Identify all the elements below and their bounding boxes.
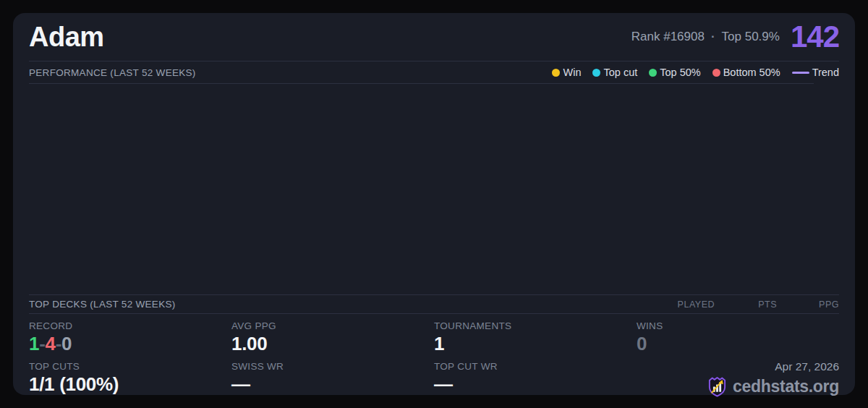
record-value: 1-4-0	[29, 332, 231, 355]
rank-line: Rank #16908 · Top 50.9%	[631, 30, 780, 44]
performance-header-row: PERFORMANCE (LAST 52 WEEKS) Win Top cut …	[29, 61, 839, 83]
avg-ppg-value: 1.00	[231, 332, 434, 355]
legend-item-top50: Top 50%	[649, 67, 700, 78]
stats-grid: RECORD 1-4-0 AVG PPG 1.00 TOURNAMENTS 1 …	[29, 314, 839, 398]
record-draws: 0	[61, 333, 72, 354]
stat-tournaments: TOURNAMENTS 1	[434, 317, 637, 357]
legend-label: Top 50%	[660, 67, 700, 78]
brand-row: cedhstats.org	[637, 375, 839, 398]
stat-wins: WINS 0	[637, 317, 839, 357]
legend-item-trend: Trend	[792, 67, 839, 78]
top-cut-wr-value: —	[434, 373, 637, 396]
top-decks-column-headers: PLAYED PTS PPG	[652, 299, 839, 310]
stat-label: AVG PPG	[231, 320, 434, 332]
stat-label: WINS	[637, 320, 839, 332]
rating-score: 142	[791, 22, 839, 52]
column-header-ppg: PPG	[797, 299, 839, 310]
stat-top-cuts: TOP CUTS 1/1 (100%)	[29, 357, 231, 398]
performance-section-title: PERFORMANCE (LAST 52 WEEKS)	[29, 67, 196, 78]
stat-label: RECORD	[29, 320, 231, 332]
top-cut-dot-icon	[592, 69, 600, 77]
card-footer: Apr 27, 2026 cedhstats.org	[637, 357, 839, 398]
trend-line-icon	[792, 72, 809, 74]
stat-label: TOP CUT WR	[434, 360, 637, 373]
column-header-pts: PTS	[735, 299, 777, 310]
top-decks-header-row: TOP DECKS (LAST 52 WEEKS) PLAYED PTS PPG	[29, 295, 839, 313]
record-dash: -	[39, 333, 45, 354]
rank-separator: ·	[711, 30, 715, 44]
legend-item-win: Win	[552, 67, 581, 78]
bottom50-dot-icon	[712, 69, 720, 77]
record-losses: 4	[46, 333, 56, 354]
stat-swiss-wr: SWISS WR —	[231, 357, 434, 398]
record-wins: 1	[29, 333, 39, 354]
swiss-wr-value: —	[231, 373, 434, 396]
win-dot-icon	[552, 69, 560, 77]
stat-label: TOURNAMENTS	[434, 320, 637, 332]
top-decks-section-title: TOP DECKS (LAST 52 WEEKS)	[29, 299, 176, 310]
date-label: Apr 27, 2026	[637, 360, 839, 373]
legend-label: Bottom 50%	[723, 67, 780, 78]
header-right: Rank #16908 · Top 50.9% 142	[631, 22, 839, 52]
legend-label: Top cut	[603, 67, 637, 78]
card-header: Adam Rank #16908 · Top 50.9% 142	[29, 13, 839, 61]
top50-dot-icon	[649, 69, 657, 77]
legend-label: Trend	[812, 67, 839, 78]
record-dash: -	[56, 333, 61, 354]
tournaments-value: 1	[434, 332, 637, 355]
legend-label: Win	[563, 67, 581, 78]
chart-legend: Win Top cut Top 50% Bottom 50% Trend	[552, 67, 839, 78]
legend-item-top-cut: Top cut	[592, 67, 637, 78]
player-name: Adam	[29, 23, 104, 51]
wins-value: 0	[637, 332, 839, 355]
performance-chart-plot-area	[29, 84, 839, 294]
rank-label: Rank #16908	[631, 30, 705, 44]
cedhstats-shield-logo-icon	[707, 375, 727, 398]
top-cuts-value: 1/1 (100%)	[29, 373, 231, 396]
column-header-played: PLAYED	[673, 299, 715, 310]
stat-label: SWISS WR	[231, 360, 434, 373]
legend-item-bottom50: Bottom 50%	[712, 67, 780, 78]
stat-label: TOP CUTS	[29, 360, 231, 373]
stat-top-cut-wr: TOP CUT WR —	[434, 357, 637, 398]
percentile-label: Top 50.9%	[722, 30, 780, 44]
stat-avg-ppg: AVG PPG 1.00	[231, 317, 434, 357]
brand-name: cedhstats.org	[733, 378, 839, 395]
player-stats-card: Adam Rank #16908 · Top 50.9% 142 PERFORM…	[13, 13, 855, 395]
stat-record: RECORD 1-4-0	[29, 317, 231, 357]
